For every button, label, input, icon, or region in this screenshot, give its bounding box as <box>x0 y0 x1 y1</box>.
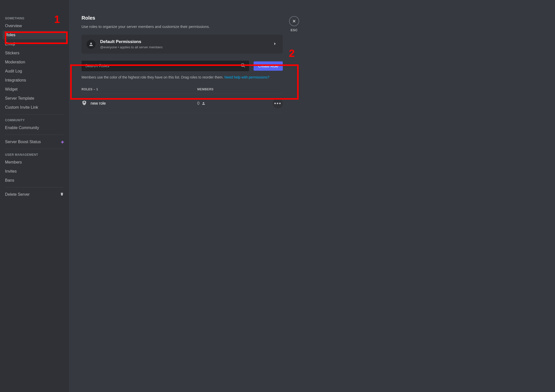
members-icon <box>87 40 96 49</box>
chevron-right-icon <box>272 41 278 48</box>
page-subtitle: Use roles to organize your server member… <box>82 24 283 29</box>
sidebar-item-moderation[interactable]: Moderation <box>3 58 66 66</box>
sidebar-divider <box>5 114 64 114</box>
sidebar-item-roles[interactable]: Roles <box>3 31 66 39</box>
sidebar-item-label: Audit Log <box>5 69 22 73</box>
sidebar-divider <box>5 149 64 149</box>
esc-label: ESC <box>291 28 298 32</box>
sidebar-section-community: COMMUNITY <box>3 117 66 124</box>
role-more-button[interactable]: ••• <box>273 98 283 108</box>
sidebar-item-custom-invite-link[interactable]: Custom Invite Link <box>3 103 66 112</box>
sidebar-item-label: Server Boost Status <box>5 140 41 144</box>
sidebar-item-stickers[interactable]: Stickers <box>3 49 66 57</box>
person-icon <box>202 101 206 105</box>
sidebar-item-label: Moderation <box>5 60 25 64</box>
sidebar-item-label: Roles <box>5 33 15 37</box>
sidebar-item-server-boost-status[interactable]: Server Boost Status ◈ <box>3 137 66 146</box>
help-text-prefix: Members use the color of the highest rol… <box>82 75 224 79</box>
roles-column-header: ROLES – 1 <box>82 88 197 91</box>
sidebar-item-label: Integrations <box>5 78 26 83</box>
search-roles-wrapper <box>82 61 249 71</box>
trash-icon <box>60 192 64 197</box>
sidebar-item-emoji[interactable]: Emoji <box>3 40 66 48</box>
page-title: Roles <box>82 15 283 21</box>
sidebar-divider <box>5 135 64 135</box>
sidebar-item-widget[interactable]: Widget <box>3 85 66 94</box>
sidebar-section-something: SOMETHING <box>3 15 66 22</box>
close-icon <box>292 19 296 23</box>
sidebar-item-audit-log[interactable]: Audit Log <box>3 67 66 75</box>
sidebar-item-label: Invites <box>5 169 17 174</box>
search-icon <box>241 63 246 69</box>
members-column-header: MEMBERS <box>197 88 268 91</box>
sidebar-item-bans[interactable]: Bans <box>3 176 66 185</box>
sidebar-item-invites[interactable]: Invites <box>3 167 66 176</box>
shield-icon <box>82 100 87 107</box>
create-role-button[interactable]: Create Role <box>254 61 283 71</box>
sidebar-item-label: Emoji <box>5 42 15 46</box>
sidebar-item-label: Custom Invite Link <box>5 105 38 110</box>
close-button[interactable] <box>289 16 299 26</box>
sidebar-item-label: Server Template <box>5 96 34 101</box>
sidebar-item-label: Delete Server <box>5 192 30 197</box>
help-link[interactable]: Need help with permissions? <box>224 75 269 79</box>
boost-icon: ◈ <box>61 139 64 144</box>
sidebar-item-delete-server[interactable]: Delete Server <box>3 190 66 199</box>
default-permissions-subtitle: @everyone • applies to all server member… <box>100 45 268 49</box>
default-permissions-title: Default Permissions <box>100 39 268 44</box>
sidebar: SOMETHING Overview Roles Emoji Stickers … <box>0 0 69 392</box>
roles-table-header: ROLES – 1 MEMBERS <box>82 88 283 94</box>
sidebar-item-label: Stickers <box>5 51 19 55</box>
sidebar-item-members[interactable]: Members <box>3 158 66 167</box>
help-text: Members use the color of the highest rol… <box>82 75 283 80</box>
sidebar-item-label: Bans <box>5 178 14 183</box>
sidebar-item-server-template[interactable]: Server Template <box>3 94 66 103</box>
sidebar-section-user-management: USER MANAGEMENT <box>3 151 66 158</box>
sidebar-item-overview[interactable]: Overview <box>3 22 66 30</box>
sidebar-item-label: Widget <box>5 87 18 92</box>
main-content: Roles Use roles to organize your server … <box>69 0 555 392</box>
sidebar-item-enable-community[interactable]: Enable Community <box>3 124 66 132</box>
sidebar-item-label: Members <box>5 160 22 165</box>
search-roles-input[interactable] <box>85 64 241 68</box>
sidebar-item-label: Enable Community <box>5 126 39 130</box>
sidebar-divider <box>5 187 64 187</box>
role-member-count: 0 <box>197 101 200 106</box>
default-permissions-card[interactable]: Default Permissions @everyone • applies … <box>82 35 283 54</box>
role-row[interactable]: new role 0 ••• <box>82 94 283 113</box>
sidebar-item-label: Overview <box>5 24 22 28</box>
role-name: new role <box>91 101 106 106</box>
sidebar-item-integrations[interactable]: Integrations <box>3 76 66 85</box>
